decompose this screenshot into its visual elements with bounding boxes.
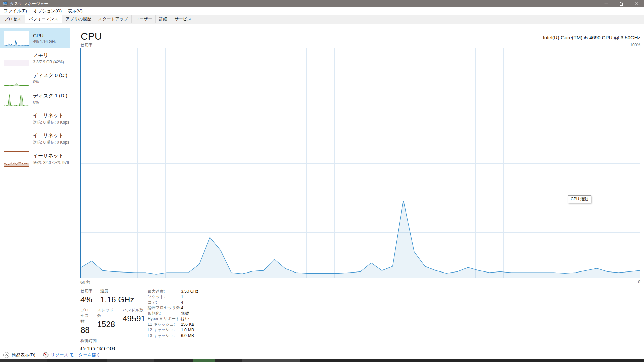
tab-users[interactable]: ユーザー: [131, 15, 156, 23]
page-title: CPU: [80, 31, 102, 41]
resource-monitor-label: リソース モニターを開く: [51, 352, 101, 358]
ethernet2-thumbnail-graph: [4, 131, 29, 146]
minimize-icon: [604, 2, 608, 6]
sidebar-item-title: イーサネット: [33, 132, 69, 139]
windows-taskbar-edge: [0, 359, 644, 362]
menu-file[interactable]: ファイル(F): [1, 7, 30, 15]
simple-view-button[interactable]: 簡易表示(D): [3, 352, 35, 358]
performance-sidebar: CPU 4% 1.16 GHz メモリ 3.3/7.9 GB (42%) ディス…: [0, 24, 70, 350]
window-title: タスク マネージャー: [10, 1, 599, 7]
tab-processes[interactable]: プロセス: [1, 15, 25, 23]
tab-performance[interactable]: パフォーマンス: [25, 15, 62, 23]
memory-thumbnail-graph: [4, 51, 29, 66]
sidebar-item-disk0[interactable]: ディスク 0 (C:) 0%: [0, 68, 70, 88]
sidebar-item-subtitle: 送信: 32.0 受信: 976 Kbps: [33, 160, 70, 166]
resource-monitor-icon: [43, 352, 49, 358]
chart-max-label: 100%: [630, 43, 640, 48]
close-button[interactable]: [629, 0, 644, 7]
task-manager-app-icon: [3, 1, 8, 6]
sidebar-item-subtitle: 送信: 0 受信: 0 Kbps: [33, 120, 69, 125]
spec-row: L3 キャッシュ:6.0 MB: [148, 333, 198, 339]
disk1-thumbnail-graph: [4, 91, 29, 106]
spec-row: ソケット:1: [148, 294, 198, 300]
open-resource-monitor-link[interactable]: リソース モニターを開く: [43, 352, 101, 358]
tab-app-history[interactable]: アプリの履歴: [62, 15, 95, 23]
stat-speed: 速度 1.16 GHz: [100, 288, 134, 304]
stat-threads: スレッド数 1528: [97, 307, 115, 335]
spec-row: L2 キャッシュ:1.0 MB: [148, 327, 198, 333]
sidebar-item-subtitle: 0%: [33, 80, 67, 84]
app-body: CPU 4% 1.16 GHz メモリ 3.3/7.9 GB (42%) ディス…: [0, 24, 644, 350]
sidebar-item-disk1[interactable]: ディスク 1 (D:) 0%: [0, 88, 70, 109]
restore-button[interactable]: [614, 0, 629, 7]
cpu-usage-area-series: [81, 48, 640, 278]
sidebar-item-memory[interactable]: メモリ 3.3/7.9 GB (42%): [0, 48, 70, 68]
spec-row: L1 キャッシュ:256 KB: [148, 322, 198, 327]
simple-view-label: 簡易表示(D): [12, 352, 35, 358]
cpu-spec-list: 最大速度:3.50 GHz ソケット:1 コア:4 論理プロセッサ数:4 仮想化…: [148, 288, 198, 354]
chevron-up-circle-icon: [3, 352, 9, 358]
stat-processes: プロセス数 88: [80, 307, 90, 335]
cpu-model-name: Intel(R) Core(TM) i5-4690 CPU @ 3.50GHz: [543, 35, 640, 41]
tabbar: プロセス パフォーマンス アプリの履歴 スタートアップ ユーザー 詳細 サービス: [0, 15, 644, 24]
sidebar-item-title: ディスク 1 (D:): [33, 93, 67, 99]
sidebar-item-title: イーサネット: [33, 153, 70, 159]
cpu-usage-chart: CPU 活動: [80, 48, 640, 278]
sidebar-item-cpu[interactable]: CPU 4% 1.16 GHz: [0, 28, 70, 48]
sidebar-item-title: CPU: [33, 33, 57, 38]
sidebar-item-title: ディスク 0 (C:): [33, 72, 67, 79]
tab-startup[interactable]: スタートアップ: [95, 15, 132, 23]
stat-usage: 使用率 4%: [80, 288, 93, 304]
disk0-thumbnail-graph: [4, 71, 29, 86]
cpu-thumbnail-graph: [4, 31, 29, 46]
footer-bar: 簡易表示(D) リソース モニターを開く: [0, 350, 644, 359]
ethernet3-thumbnail-graph: [4, 151, 29, 167]
minimize-button[interactable]: [599, 0, 614, 7]
chart-tooltip: CPU 活動: [568, 195, 591, 203]
restore-icon: [620, 2, 623, 6]
tab-details[interactable]: 詳細: [155, 15, 171, 23]
close-icon: [635, 2, 638, 6]
sidebar-item-subtitle: 4% 1.16 GHz: [33, 39, 57, 44]
cpu-stats: 使用率 4% 速度 1.16 GHz プロセス数 88 スレッド数: [80, 288, 640, 354]
spec-row: 論理プロセッサ数:4: [148, 305, 198, 311]
spec-row: Hyper-V サポート:はい: [148, 316, 198, 322]
chart-time-zero-label: 0: [638, 280, 640, 285]
sidebar-item-subtitle: 送信: 0 受信: 0 Kbps: [33, 140, 69, 145]
sidebar-item-title: イーサネット: [33, 112, 69, 119]
spec-row: 仮想化:無効: [148, 311, 198, 316]
menu-view[interactable]: 表示(V): [65, 7, 85, 15]
stat-handles: ハンドル数 49591: [123, 307, 145, 335]
chart-usage-label: 使用率: [80, 43, 93, 48]
tab-services[interactable]: サービス: [171, 15, 195, 23]
spec-row: 最大速度:3.50 GHz: [148, 289, 198, 294]
titlebar: タスク マネージャー: [0, 0, 644, 7]
sidebar-item-subtitle: 3.3/7.9 GB (42%): [33, 60, 64, 64]
sidebar-item-subtitle: 0%: [33, 100, 67, 105]
sidebar-item-title: メモリ: [33, 52, 64, 59]
spec-row: コア:4: [148, 300, 198, 305]
sidebar-item-ethernet-3[interactable]: イーサネット 送信: 32.0 受信: 976 Kbps: [0, 149, 70, 169]
sidebar-item-ethernet-2[interactable]: イーサネット 送信: 0 受信: 0 Kbps: [0, 129, 70, 149]
ethernet1-thumbnail-graph: [4, 111, 29, 126]
footer-divider: [39, 352, 39, 358]
cpu-panel: CPU Intel(R) Core(TM) i5-4690 CPU @ 3.50…: [80, 24, 640, 350]
chart-time-window-label: 60 秒: [80, 280, 90, 285]
menubar: ファイル(F) オプション(O) 表示(V): [0, 7, 644, 15]
sidebar-item-ethernet-1[interactable]: イーサネット 送信: 0 受信: 0 Kbps: [0, 109, 70, 129]
menu-options[interactable]: オプション(O): [30, 7, 65, 15]
